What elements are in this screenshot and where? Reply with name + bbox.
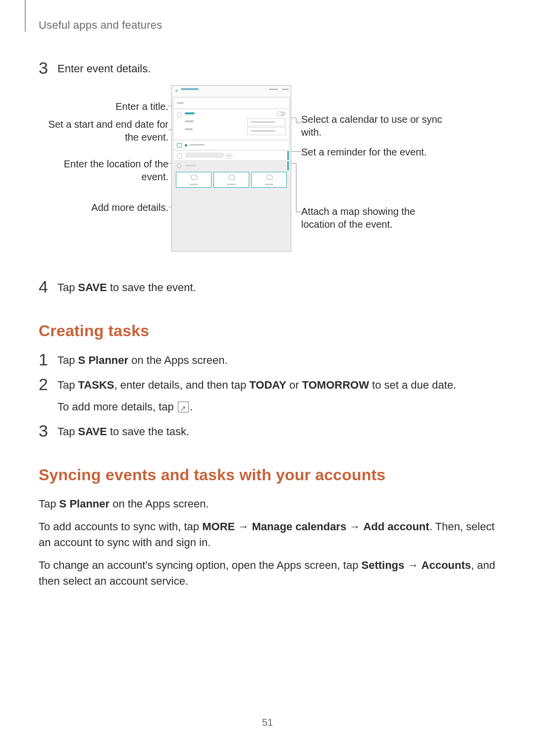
expand-icon bbox=[178, 402, 189, 412]
event-editor-screenshot: + bbox=[171, 85, 291, 252]
screenshot-title-field bbox=[174, 98, 289, 108]
screenshot-calendar-row bbox=[174, 141, 289, 150]
breadcrumb: Useful apps and features bbox=[39, 19, 496, 32]
callout-reminder: Set a reminder for the event. bbox=[301, 146, 450, 158]
step-3: 3 Enter event details. bbox=[39, 60, 496, 76]
tasks-step-3: 3 Tap SAVE to save the task. bbox=[39, 423, 496, 439]
callout-location: Enter the location of the event. bbox=[39, 157, 168, 183]
header-label bbox=[181, 88, 199, 90]
heading-syncing: Syncing events and tasks with your accou… bbox=[39, 466, 496, 484]
step-4: 4 Tap SAVE to save the event. bbox=[39, 279, 496, 295]
detail-tab bbox=[214, 172, 249, 188]
detail-tab bbox=[251, 172, 287, 188]
screenshot-date-block bbox=[174, 109, 289, 139]
tasks-step-1: 1 Tap S Planner on the Apps screen. bbox=[39, 352, 496, 368]
plus-icon: + bbox=[175, 88, 178, 94]
page-number: 51 bbox=[0, 717, 535, 728]
step-text: Tap TASKS, enter details, and then tap T… bbox=[57, 377, 456, 414]
location-pin-icon bbox=[176, 162, 182, 169]
allday-toggle-icon bbox=[277, 111, 286, 116]
step-number: 1 bbox=[39, 352, 57, 368]
callout-map: Attach a map showing the location of the… bbox=[301, 205, 450, 231]
step-text: Tap S Planner on the Apps screen. bbox=[57, 352, 228, 368]
callout-more-details: Add more details. bbox=[39, 201, 168, 214]
step-number: 2 bbox=[39, 377, 57, 414]
remove-icon bbox=[226, 153, 232, 159]
syncing-para-1: Tap S Planner on the Apps screen. bbox=[39, 496, 496, 512]
screenshot-header: + bbox=[172, 86, 291, 97]
calendar-icon bbox=[177, 143, 182, 148]
detail-tab bbox=[176, 172, 212, 188]
step-number: 4 bbox=[39, 279, 57, 295]
callout-calendar: Select a calendar to use or sync with. bbox=[301, 113, 450, 139]
event-details-diagram: Enter a title. Set a start and end date … bbox=[39, 85, 496, 263]
reminder-icon bbox=[177, 153, 182, 158]
step-text: Enter event details. bbox=[57, 60, 151, 76]
clock-icon bbox=[177, 112, 182, 117]
tasks-step-2: 2 Tap TASKS, enter details, and then tap… bbox=[39, 377, 496, 414]
syncing-para-2: To add accounts to sync with, tap MORE →… bbox=[39, 519, 496, 551]
step-number: 3 bbox=[39, 60, 57, 76]
callout-title: Enter a title. bbox=[39, 100, 168, 113]
step-text: Tap SAVE to save the event. bbox=[57, 279, 196, 295]
syncing-para-3: To change an account’s syncing option, o… bbox=[39, 557, 496, 589]
heading-creating-tasks: Creating tasks bbox=[39, 322, 496, 340]
page-tab-rule bbox=[25, 0, 26, 32]
step-number: 3 bbox=[39, 423, 57, 439]
screenshot-reminder-row bbox=[174, 151, 289, 160]
screenshot-location-row bbox=[174, 161, 289, 170]
step-text: Tap SAVE to save the task. bbox=[57, 423, 189, 439]
callout-dates: Set a start and end date for the event. bbox=[39, 118, 168, 144]
screenshot-detail-tabs bbox=[176, 172, 287, 188]
